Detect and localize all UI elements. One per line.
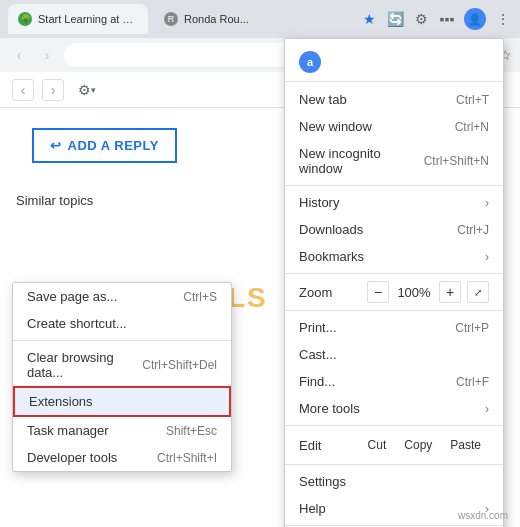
- web-back-button[interactable]: ‹: [12, 79, 34, 101]
- menu-help-label: Help: [299, 501, 326, 516]
- menu-new-tab-label: New tab: [299, 92, 347, 107]
- ctx-dev-tools[interactable]: Developer tools Ctrl+Shift+I: [13, 444, 231, 471]
- menu-icon[interactable]: ⋮: [494, 10, 512, 28]
- menu-incognito-shortcut: Ctrl+Shift+N: [424, 154, 489, 168]
- menu-print-label: Print...: [299, 320, 337, 335]
- gear-dropdown-icon: ▾: [91, 85, 96, 95]
- ctx-extensions-label: Extensions: [29, 394, 93, 409]
- browser-toolbar: ★ 🔄 ⚙ ▪▪▪ 👤 ⋮: [360, 8, 512, 30]
- ctx-create-label: Create shortcut...: [27, 316, 127, 331]
- ctx-clear-browsing[interactable]: Clear browsing data... Ctrl+Shift+Del: [13, 344, 231, 386]
- tab-favicon-2: R: [164, 12, 178, 26]
- menu-incognito-label: New incognito window: [299, 146, 424, 176]
- browser-window: 🌳 Start Learning at Tree R Ronda Rou... …: [0, 0, 520, 527]
- chevron-left-icon: ‹: [21, 82, 26, 98]
- menu-more-tools-arrow: ›: [485, 402, 489, 416]
- copy-button[interactable]: Copy: [396, 435, 440, 455]
- reply-icon: ↩: [50, 138, 62, 153]
- menu-bookmarks-label: Bookmarks: [299, 249, 364, 264]
- ctx-clear-label: Clear browsing data...: [27, 350, 142, 380]
- ctx-save-shortcut: Ctrl+S: [183, 290, 217, 304]
- menu-history-label: History: [299, 195, 339, 210]
- web-forward-button[interactable]: ›: [42, 79, 64, 101]
- ctx-extensions[interactable]: Extensions: [13, 386, 231, 417]
- zoom-expand-button[interactable]: ⤢: [467, 281, 489, 303]
- ctx-save-label: Save page as...: [27, 289, 117, 304]
- menu-new-tab[interactable]: New tab Ctrl+T: [285, 86, 503, 113]
- add-reply-button[interactable]: ↩ ADD A REPLY: [32, 128, 177, 163]
- apps-icon[interactable]: ▪▪▪: [438, 10, 456, 28]
- tab-label-1: Start Learning at Tree: [38, 13, 138, 25]
- menu-edit-row: Edit Cut Copy Paste: [285, 429, 503, 461]
- menu-divider-3: [285, 310, 503, 311]
- paste-button[interactable]: Paste: [442, 435, 489, 455]
- ctx-task-label: Task manager: [27, 423, 109, 438]
- menu-divider-6: [285, 525, 503, 526]
- tab-bar: 🌳 Start Learning at Tree R Ronda Rou... …: [0, 0, 520, 38]
- tab-favicon-1: 🌳: [18, 12, 32, 26]
- reply-label: ADD A REPLY: [68, 138, 159, 153]
- menu-divider-2: [285, 273, 503, 274]
- watermark: wsxdn.com: [458, 510, 508, 521]
- tab-inactive[interactable]: R Ronda Rou...: [154, 4, 259, 34]
- menu-settings[interactable]: Settings: [285, 468, 503, 495]
- cut-button[interactable]: Cut: [360, 435, 395, 455]
- menu-downloads-label: Downloads: [299, 222, 363, 237]
- ctx-create-shortcut[interactable]: Create shortcut...: [13, 310, 231, 337]
- refresh-icon[interactable]: 🔄: [386, 10, 404, 28]
- menu-find[interactable]: Find... Ctrl+F: [285, 368, 503, 395]
- menu-bookmarks[interactable]: Bookmarks ›: [285, 243, 503, 270]
- ctx-dev-shortcut: Ctrl+Shift+I: [157, 451, 217, 465]
- gear-icon: ⚙: [78, 82, 91, 98]
- menu-find-shortcut: Ctrl+F: [456, 375, 489, 389]
- chrome-menu-header: a: [285, 43, 503, 82]
- menu-incognito[interactable]: New incognito window Ctrl+Shift+N: [285, 140, 503, 182]
- chevron-right-icon: ›: [51, 82, 56, 98]
- chrome-menu-avatar: a: [299, 51, 321, 73]
- tab-label-2: Ronda Rou...: [184, 13, 249, 25]
- extensions-icon[interactable]: ⚙: [412, 10, 430, 28]
- menu-new-window-shortcut: Ctrl+N: [455, 120, 489, 134]
- menu-bookmarks-arrow: ›: [485, 250, 489, 264]
- ctx-task-manager[interactable]: Task manager Shift+Esc: [13, 417, 231, 444]
- menu-cast[interactable]: Cast...: [285, 341, 503, 368]
- zoom-controls: − 100% + ⤢: [367, 281, 489, 303]
- menu-history-arrow: ›: [485, 196, 489, 210]
- context-menu-page: Save page as... Ctrl+S Create shortcut..…: [12, 282, 232, 472]
- ctx-task-shortcut: Shift+Esc: [166, 424, 217, 438]
- menu-print[interactable]: Print... Ctrl+P: [285, 314, 503, 341]
- ctx-clear-shortcut: Ctrl+Shift+Del: [142, 358, 217, 372]
- ctx-save-page[interactable]: Save page as... Ctrl+S: [13, 283, 231, 310]
- menu-edit-label: Edit: [299, 438, 360, 453]
- menu-zoom-row: Zoom − 100% + ⤢: [285, 277, 503, 307]
- tab-active[interactable]: 🌳 Start Learning at Tree: [8, 4, 148, 34]
- web-gear-button[interactable]: ⚙ ▾: [76, 79, 98, 101]
- menu-more-tools[interactable]: More tools ›: [285, 395, 503, 422]
- ctx-dev-label: Developer tools: [27, 450, 117, 465]
- menu-more-tools-label: More tools: [299, 401, 360, 416]
- ctx-divider-1: [13, 340, 231, 341]
- menu-downloads[interactable]: Downloads Ctrl+J: [285, 216, 503, 243]
- zoom-in-button[interactable]: +: [439, 281, 461, 303]
- profile-avatar[interactable]: 👤: [464, 8, 486, 30]
- menu-new-window-label: New window: [299, 119, 372, 134]
- menu-divider-4: [285, 425, 503, 426]
- menu-divider-1: [285, 185, 503, 186]
- chrome-menu: a New tab Ctrl+T New window Ctrl+N New i…: [284, 38, 504, 527]
- menu-new-tab-shortcut: Ctrl+T: [456, 93, 489, 107]
- menu-divider-5: [285, 464, 503, 465]
- menu-print-shortcut: Ctrl+P: [455, 321, 489, 335]
- menu-cast-label: Cast...: [299, 347, 337, 362]
- menu-new-window[interactable]: New window Ctrl+N: [285, 113, 503, 140]
- zoom-value-display: 100%: [395, 285, 433, 300]
- forward-button[interactable]: ›: [36, 44, 58, 66]
- back-button[interactable]: ‹: [8, 44, 30, 66]
- edit-actions: Cut Copy Paste: [360, 435, 489, 455]
- menu-find-label: Find...: [299, 374, 335, 389]
- menu-history[interactable]: History ›: [285, 189, 503, 216]
- bookmark-icon[interactable]: ★: [360, 10, 378, 28]
- menu-zoom-label: Zoom: [299, 285, 367, 300]
- menu-settings-label: Settings: [299, 474, 346, 489]
- zoom-out-button[interactable]: −: [367, 281, 389, 303]
- menu-downloads-shortcut: Ctrl+J: [457, 223, 489, 237]
